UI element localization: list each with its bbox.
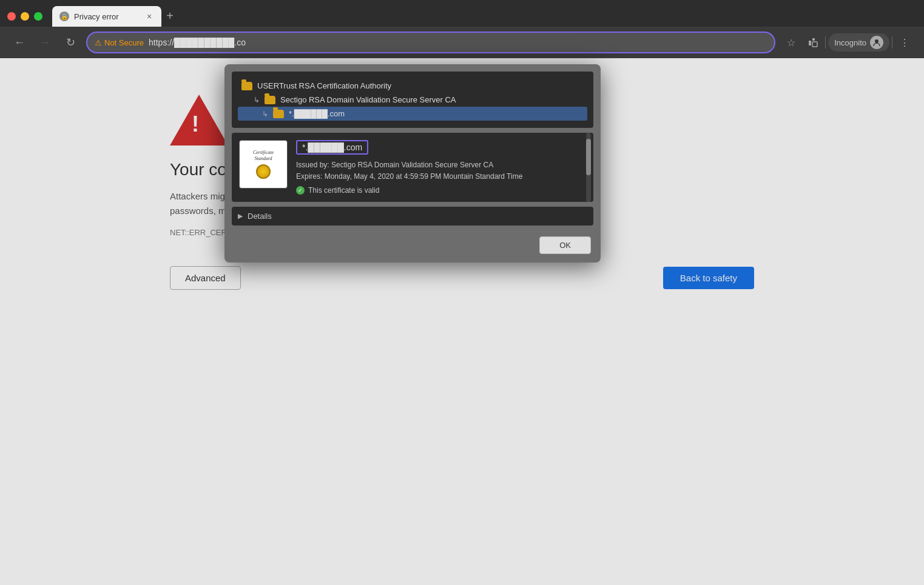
- browser-window: 🔒 Privacy error × + ← → ↻ ⚠ Not Secure h…: [0, 0, 924, 58]
- tab-bar: 🔒 Privacy error × +: [0, 0, 924, 27]
- svg-rect-1: [812, 38, 815, 41]
- dialog-overlay: USERTrust RSA Certification Authority ↳ …: [0, 58, 924, 585]
- svg-rect-0: [809, 41, 811, 43]
- warning-icon: ⚠: [95, 38, 102, 47]
- cert-valid-label: This certificate is valid: [308, 186, 379, 195]
- valid-checkmark-icon: ✓: [296, 186, 305, 195]
- cert-details-arrow-icon: ▶: [238, 212, 243, 220]
- cert-dialog: USERTrust RSA Certification Authority ↳ …: [224, 64, 601, 262]
- cert-tree-child[interactable]: ↳ Sectigo RSA Domain Validation Secure S…: [241, 93, 584, 107]
- address-text: https://██████████.co: [149, 38, 767, 47]
- extensions-button[interactable]: [803, 33, 823, 52]
- cert-image-badge: [256, 164, 271, 179]
- cert-info: *.██████.com Issued by: Sectigo RSA Doma…: [296, 140, 586, 195]
- cert-tree-root[interactable]: USERTrust RSA Certification Authority: [241, 79, 584, 93]
- forward-button[interactable]: →: [35, 33, 55, 52]
- nav-divider-2: [892, 36, 892, 48]
- cert-issued-by: Issued by: Sectigo RSA Domain Validation…: [296, 159, 586, 171]
- cert-valid-badge: ✓ This certificate is valid: [296, 186, 586, 195]
- cert-expires: Expires: Monday, May 4, 2020 at 4:59:59 …: [296, 171, 586, 182]
- cert-image-inner: CertificateStandard: [251, 147, 276, 182]
- cert-scrollbar-thumb: [586, 139, 591, 175]
- svg-rect-2: [812, 42, 817, 47]
- page-content: Your connection is not private Attackers…: [0, 58, 924, 585]
- cert-arrow-child: ↳: [254, 96, 260, 104]
- address-bar[interactable]: ⚠ Not Secure https://██████████.co: [86, 32, 775, 53]
- cert-arrow-leaf: ↳: [262, 110, 268, 118]
- cert-ok-button[interactable]: OK: [539, 236, 591, 254]
- bookmark-button[interactable]: ☆: [781, 33, 801, 52]
- nav-actions: ☆ Incognito ⋮: [781, 33, 914, 52]
- cert-scrollbar[interactable]: [586, 133, 591, 202]
- new-tab-button[interactable]: +: [161, 7, 178, 24]
- maximize-button[interactable]: [34, 12, 42, 21]
- cert-domain: *.██████.com: [296, 140, 368, 155]
- minimize-button[interactable]: [21, 12, 29, 21]
- window-controls: [7, 12, 42, 27]
- cert-tree-leaf-label: *.██████.com: [289, 109, 345, 118]
- back-button[interactable]: ←: [10, 33, 29, 52]
- cert-tree-leaf[interactable]: ↳ *.██████.com: [238, 107, 587, 121]
- cert-folder-child-icon: [265, 96, 275, 104]
- nav-divider: [825, 36, 826, 48]
- cert-detail-panel: CertificateStandard *.██████.com Issued …: [232, 133, 593, 202]
- cert-folder-root-icon: [241, 82, 252, 90]
- tab-favicon: 🔒: [59, 12, 69, 21]
- cert-dialog-footer: OK: [224, 230, 601, 262]
- cert-details-label: Details: [248, 212, 272, 221]
- svg-point-4: [875, 39, 878, 43]
- menu-button[interactable]: ⋮: [895, 33, 914, 52]
- cert-details-row[interactable]: ▶ Details: [232, 207, 593, 226]
- cert-tree-root-label: USERTrust RSA Certification Authority: [257, 81, 391, 90]
- nav-bar: ← → ↻ ⚠ Not Secure https://██████████.co…: [0, 27, 924, 58]
- incognito-icon: [870, 36, 883, 49]
- tab-close-button[interactable]: ×: [144, 12, 154, 21]
- active-tab[interactable]: 🔒 Privacy error ×: [52, 6, 161, 27]
- reload-button[interactable]: ↻: [61, 33, 80, 52]
- cert-image: CertificateStandard: [239, 140, 288, 189]
- cert-image-title: CertificateStandard: [253, 150, 274, 162]
- tab-title: Privacy error: [74, 12, 140, 21]
- close-button[interactable]: [7, 12, 16, 21]
- svg-rect-3: [809, 43, 811, 45]
- cert-folder-leaf-icon: [273, 110, 284, 118]
- incognito-label: Incognito: [834, 38, 866, 47]
- not-secure-label: Not Secure: [104, 38, 144, 47]
- incognito-badge: Incognito: [828, 33, 889, 52]
- not-secure-badge: ⚠ Not Secure: [95, 38, 144, 47]
- cert-tree: USERTrust RSA Certification Authority ↳ …: [232, 72, 593, 128]
- cert-tree-child-label: Sectigo RSA Domain Validation Secure Ser…: [280, 95, 456, 104]
